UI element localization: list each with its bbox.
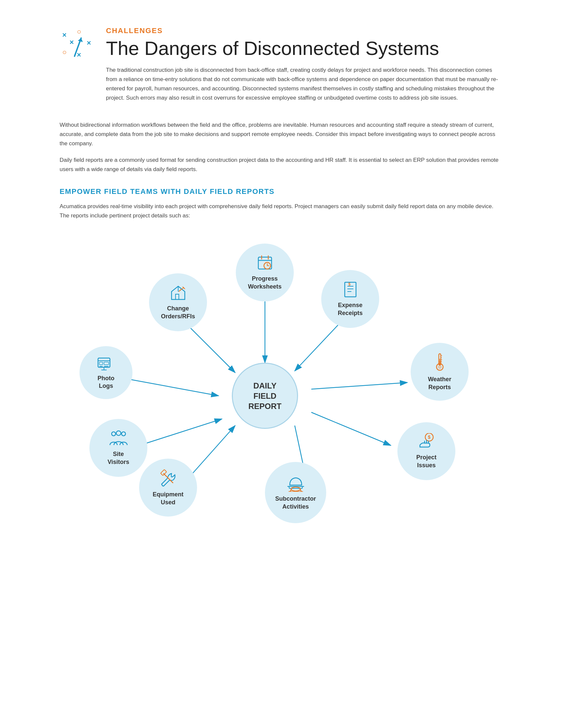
subcontractor-label: SubcontractorActivities (275, 495, 316, 511)
svg-line-14 (311, 383, 407, 389)
node-weather: WeatherReports (411, 343, 469, 401)
house-pencil-icon (169, 284, 187, 303)
challenges-icon: × ○ × × ○ × (60, 28, 96, 65)
svg-point-55 (116, 431, 121, 435)
svg-rect-42 (104, 366, 109, 367)
diagram-container: DAILY FIELD REPORT ProgressWorksheets (60, 234, 503, 531)
header-text: CHALLENGES The Dangers of Disconnected S… (106, 26, 503, 111)
thermometer-icon (433, 352, 446, 374)
svg-point-56 (121, 432, 125, 436)
tools-icon (159, 469, 177, 489)
svg-rect-28 (175, 294, 179, 299)
center-node: DAILY FIELD REPORT (232, 363, 298, 429)
expense-label: ExpenseReceipts (338, 301, 363, 317)
equipment-label: EquipmentUsed (153, 491, 183, 506)
photo-logs-label: PhotoLogs (98, 375, 115, 390)
dollar-hand-icon: $ (417, 433, 436, 452)
header-section: × ○ × × ○ × CHALLENGES The Dangers of Di… (60, 26, 503, 111)
svg-text:×: × (77, 51, 81, 59)
site-visitors-label: SiteVisitors (108, 450, 129, 466)
node-site-visitors: SiteVisitors (89, 419, 147, 477)
node-change-orders: ChangeOrders/RFIs (149, 273, 207, 331)
section-intro: Acumatica provides real-time visibility … (60, 202, 503, 220)
weather-label: WeatherReports (428, 376, 451, 391)
center-label: DAILY FIELD REPORT (248, 381, 282, 412)
svg-rect-41 (99, 366, 103, 367)
svg-point-54 (112, 432, 116, 436)
node-equipment: EquipmentUsed (139, 459, 197, 517)
section-heading: EMPOWER FIELD TEAMS WITH DAILY FIELD REP… (60, 187, 503, 196)
svg-text:○: ○ (77, 28, 81, 36)
change-orders-label: ChangeOrders/RFIs (161, 305, 195, 320)
people-icon (109, 430, 128, 448)
photo-log-icon (97, 355, 115, 373)
svg-rect-48 (439, 361, 440, 366)
hard-hat-icon (286, 475, 306, 493)
svg-rect-39 (99, 362, 103, 365)
challenges-label: CHALLENGES (106, 26, 503, 35)
calendar-clock-icon (256, 254, 273, 273)
svg-text:○: ○ (62, 48, 67, 56)
body-paragraph-2: Daily field reports are a commonly used … (60, 156, 503, 174)
node-expense: $ ExpenseReceipts (321, 270, 379, 328)
progress-label: ProgressWorksheets (248, 275, 282, 291)
svg-text:$: $ (348, 282, 351, 287)
svg-text:×: × (62, 31, 67, 39)
node-subcontractor: SubcontractorActivities (265, 462, 326, 523)
intro-paragraph: The traditional construction job site is… (106, 66, 503, 103)
svg-line-31 (179, 290, 181, 292)
node-photo-logs: PhotoLogs (79, 346, 132, 399)
svg-rect-40 (104, 362, 109, 365)
main-title: The Dangers of Disconnected Systems (106, 38, 503, 59)
svg-point-49 (438, 365, 442, 369)
svg-text:×: × (70, 38, 74, 46)
svg-rect-63 (160, 470, 166, 476)
svg-point-66 (291, 487, 301, 491)
project-issues-label: ProjectIssues (416, 454, 437, 469)
node-project-issues: $ ProjectIssues (398, 422, 455, 480)
svg-line-16 (311, 412, 391, 445)
body-paragraph-1: Without bidirectional information workfl… (60, 120, 503, 148)
dollar-receipt-icon: $ (342, 281, 359, 299)
node-progress: ProgressWorksheets (236, 244, 294, 301)
svg-text:×: × (87, 39, 91, 47)
svg-text:$: $ (428, 434, 431, 440)
